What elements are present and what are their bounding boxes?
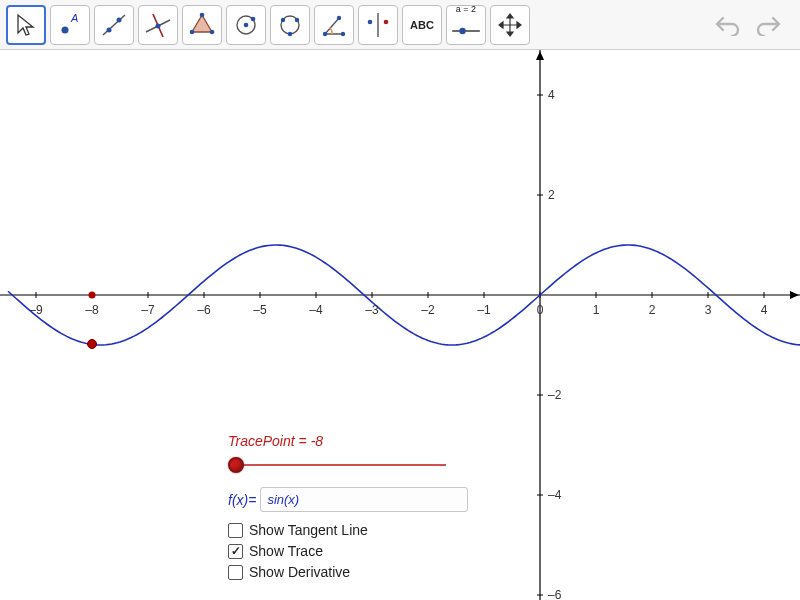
svg-point-14 <box>251 16 256 21</box>
y-tick-label: –4 <box>548 488 561 502</box>
checkbox-tangent[interactable]: Show Tangent Line <box>228 522 468 538</box>
svg-point-23 <box>368 19 373 24</box>
svg-point-11 <box>190 29 195 34</box>
x-tick-label: –1 <box>477 303 490 317</box>
svg-point-19 <box>323 31 327 35</box>
undo-button[interactable] <box>710 10 744 40</box>
svg-point-1 <box>62 26 69 33</box>
move-graphics-tool[interactable] <box>490 5 530 45</box>
function-prefix: f(x)= <box>228 492 256 508</box>
svg-point-24 <box>384 19 389 24</box>
controls-panel: TracePoint = -8 f(x)= Show Tangent LineS… <box>228 433 468 585</box>
redo-button[interactable] <box>752 10 786 40</box>
x-tick-label: 4 <box>761 303 768 317</box>
svg-marker-30 <box>536 51 544 60</box>
y-tick-label: 2 <box>548 188 555 202</box>
text-tool[interactable]: ABC <box>402 5 442 45</box>
trace-curve-point[interactable] <box>87 339 97 349</box>
checkbox-box[interactable] <box>228 544 243 559</box>
circle-3pt-tool[interactable] <box>270 5 310 45</box>
y-tick-label: –2 <box>548 388 561 402</box>
text-tool-label: ABC <box>410 19 434 31</box>
angle-tool[interactable] <box>314 5 354 45</box>
function-input[interactable] <box>260 487 468 512</box>
checkbox-label: Show Tangent Line <box>249 522 368 538</box>
checkbox-deriv[interactable]: Show Derivative <box>228 564 468 580</box>
svg-marker-8 <box>192 15 212 32</box>
circle-center-tool[interactable] <box>226 5 266 45</box>
x-tick-label: –2 <box>421 303 434 317</box>
svg-point-17 <box>295 17 299 21</box>
perpendicular-tool[interactable] <box>138 5 178 45</box>
svg-point-20 <box>341 31 345 35</box>
checkbox-label: Show Derivative <box>249 564 350 580</box>
checkbox-label: Show Trace <box>249 543 323 559</box>
slider-track <box>236 464 446 466</box>
slider-thumb[interactable] <box>228 457 244 473</box>
svg-point-16 <box>281 17 285 21</box>
y-tick-label: 4 <box>548 88 555 102</box>
trace-point-slider[interactable] <box>236 455 446 475</box>
svg-text:A: A <box>70 12 78 24</box>
svg-marker-28 <box>790 291 799 299</box>
y-tick-label: –6 <box>548 588 561 600</box>
trace-axis-point[interactable] <box>89 292 96 299</box>
move-tool[interactable] <box>6 5 46 45</box>
svg-point-10 <box>210 29 215 34</box>
slider-tool[interactable]: a = 2 <box>446 5 486 45</box>
x-tick-label: –3 <box>365 303 378 317</box>
x-tick-label: –7 <box>141 303 154 317</box>
point-tool[interactable]: A <box>50 5 90 45</box>
trace-point-label: TracePoint = -8 <box>228 433 468 449</box>
x-tick-label: 3 <box>705 303 712 317</box>
svg-point-7 <box>156 23 161 28</box>
x-tick-label: –5 <box>253 303 266 317</box>
polygon-tool[interactable] <box>182 5 222 45</box>
x-tick-label: –9 <box>29 303 42 317</box>
line-tool[interactable] <box>94 5 134 45</box>
svg-point-13 <box>244 22 249 27</box>
svg-point-9 <box>200 12 205 17</box>
x-tick-label: 0 <box>537 303 544 317</box>
x-tick-label: –8 <box>85 303 98 317</box>
x-tick-label: 1 <box>593 303 600 317</box>
svg-point-18 <box>288 31 292 35</box>
slider-tool-label: a = 2 <box>456 4 476 14</box>
svg-point-3 <box>107 27 112 32</box>
x-tick-label: –6 <box>197 303 210 317</box>
svg-point-21 <box>337 15 341 19</box>
x-tick-label: 2 <box>649 303 656 317</box>
svg-line-2 <box>103 15 125 35</box>
x-tick-label: –4 <box>309 303 322 317</box>
checkbox-box[interactable] <box>228 523 243 538</box>
graph-area[interactable]: –9–8–7–6–5–4–3–2–101234–6–4–224 TracePoi… <box>0 50 800 600</box>
checkbox-trace[interactable]: Show Trace <box>228 543 468 559</box>
svg-point-4 <box>117 17 122 22</box>
toolbar: A ABC a = 2 <box>0 0 800 50</box>
reflect-tool[interactable] <box>358 5 398 45</box>
checkbox-box[interactable] <box>228 565 243 580</box>
svg-point-26 <box>459 27 465 33</box>
